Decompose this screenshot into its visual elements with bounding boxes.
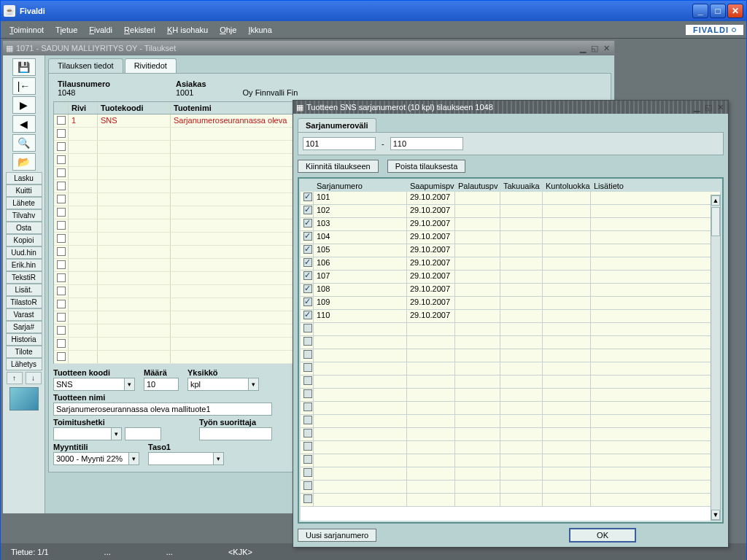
dialog-close-icon[interactable]: ✕ xyxy=(715,102,725,112)
serial-row[interactable]: 10429.10.2007 xyxy=(301,231,721,244)
arrow-down-button[interactable]: ↓ xyxy=(26,372,42,384)
serial-checkbox[interactable] xyxy=(303,311,312,319)
scroll-down-icon[interactable]: ▼ xyxy=(711,510,720,520)
row-checkbox[interactable] xyxy=(57,221,66,230)
tab-tilauksen-tiedot[interactable]: Tilauksen tiedot xyxy=(48,58,123,73)
arrow-up-button[interactable]: ↑ xyxy=(7,372,23,384)
maximize-button[interactable]: □ xyxy=(710,4,726,18)
range-to-input[interactable] xyxy=(390,137,463,150)
serial-checkbox[interactable] xyxy=(303,350,312,359)
row-checkbox[interactable] xyxy=(57,208,66,217)
serial-checkbox[interactable] xyxy=(303,337,312,346)
range-from-input[interactable] xyxy=(303,137,376,150)
serial-row[interactable] xyxy=(301,376,721,389)
dropdown-icon[interactable]: ▾ xyxy=(125,378,135,391)
kiinnita-button[interactable]: Kiinnitä tilaukseen xyxy=(298,160,379,173)
row-checkbox[interactable] xyxy=(57,300,66,308)
tab-rivitiedot[interactable]: Rivitiedot xyxy=(125,58,177,73)
row-checkbox[interactable] xyxy=(57,352,66,361)
tuotteen-nimi-input[interactable] xyxy=(53,402,272,416)
serial-row[interactable]: 10729.10.2007 xyxy=(301,271,721,284)
menu-ikkuna[interactable]: Ikkuna xyxy=(242,24,277,36)
dropdown-icon[interactable]: ▾ xyxy=(129,452,139,465)
serial-checkbox[interactable] xyxy=(303,258,312,267)
ok-button[interactable]: OK xyxy=(569,528,636,542)
tool-tekstir[interactable]: TekstiR xyxy=(6,271,42,284)
scroll-thumb[interactable] xyxy=(711,207,720,236)
toimitushetki-input[interactable] xyxy=(53,427,112,440)
serial-row[interactable] xyxy=(301,323,721,336)
minimize-button[interactable]: _ xyxy=(692,4,708,18)
serial-row[interactable]: 11029.10.2007 xyxy=(301,310,721,323)
tool-lhete[interactable]: Lähete xyxy=(6,197,42,209)
dialog-tab[interactable]: Sarjanumeroväli xyxy=(298,118,376,132)
row-checkbox[interactable] xyxy=(57,247,66,256)
folder-icon[interactable]: 📂 xyxy=(12,153,36,171)
row-checkbox[interactable] xyxy=(57,142,66,151)
menu-rekisteri[interactable]: Rekisteri xyxy=(118,24,161,36)
serial-row[interactable]: 10629.10.2007 xyxy=(301,257,721,271)
serial-checkbox[interactable] xyxy=(303,219,312,228)
serial-row[interactable] xyxy=(301,428,721,441)
row-checkbox[interactable] xyxy=(57,287,66,295)
dropdown-icon[interactable]: ▾ xyxy=(214,452,224,465)
menu-ohje[interactable]: Ohje xyxy=(214,24,242,36)
uusi-sarjanumero-button[interactable]: Uusi sarjanumero xyxy=(298,529,376,542)
tool-tilastor[interactable]: TilastoR xyxy=(6,296,42,308)
mdi-close-icon[interactable]: ✕ xyxy=(601,43,611,53)
serial-checkbox[interactable] xyxy=(303,271,312,280)
poista-button[interactable]: Poista tilauksesta xyxy=(387,160,466,173)
serial-checkbox[interactable] xyxy=(303,389,312,398)
serial-checkbox[interactable] xyxy=(303,455,312,464)
scroll-up-icon[interactable]: ▲ xyxy=(711,195,720,206)
row-checkbox[interactable] xyxy=(57,326,66,335)
serial-row[interactable] xyxy=(301,415,721,428)
tool-uudhin[interactable]: Uud.hin xyxy=(6,246,42,259)
serial-row[interactable] xyxy=(301,494,721,507)
serial-checkbox[interactable] xyxy=(303,442,312,451)
serial-row[interactable] xyxy=(301,481,721,494)
serial-checkbox[interactable] xyxy=(303,192,312,201)
tool-osta[interactable]: Osta xyxy=(6,222,42,234)
tool-lasku[interactable]: Lasku xyxy=(6,172,42,184)
serial-row[interactable] xyxy=(301,402,721,415)
serial-row[interactable] xyxy=(301,336,721,349)
serial-row[interactable] xyxy=(301,454,721,467)
tool-erikhin[interactable]: Erik.hin xyxy=(6,259,42,271)
tuotteen-koodi-input[interactable] xyxy=(53,378,125,391)
taso1-input[interactable] xyxy=(148,452,214,465)
dialog-max-icon[interactable]: ◱ xyxy=(703,102,713,112)
dropdown-icon[interactable]: ▾ xyxy=(112,427,122,440)
save-icon[interactable]: 💾 xyxy=(12,58,36,76)
tool-sarja[interactable]: Sarja# xyxy=(6,321,42,333)
tool-tilote[interactable]: Tilote xyxy=(6,346,42,358)
serial-row[interactable]: 10229.10.2007 xyxy=(301,205,721,218)
tool-varast[interactable]: Varast xyxy=(6,308,42,321)
tool-tilvahv[interactable]: Tilvahv xyxy=(6,209,42,222)
serial-row[interactable] xyxy=(301,349,721,362)
menu-khisohaku[interactable]: KH isohaku xyxy=(161,24,214,36)
mdi-min-icon[interactable]: ▁ xyxy=(578,43,588,53)
dialog-min-icon[interactable]: ▁ xyxy=(692,102,702,112)
serial-checkbox[interactable] xyxy=(303,481,312,490)
tyon-suorittaja-input[interactable] xyxy=(199,427,272,440)
serial-checkbox[interactable] xyxy=(303,429,312,438)
row-checkbox[interactable] xyxy=(57,195,66,203)
row-checkbox[interactable] xyxy=(57,155,66,164)
menu-tietue[interactable]: Tietue xyxy=(50,24,83,36)
serial-checkbox[interactable] xyxy=(303,324,312,332)
serial-checkbox[interactable] xyxy=(303,468,312,477)
tool-historia[interactable]: Historia xyxy=(6,333,42,346)
tool-lhetys[interactable]: Lähetys xyxy=(6,358,42,370)
serial-row[interactable]: 10329.10.2007 xyxy=(301,218,721,231)
row-checkbox[interactable] xyxy=(57,182,66,190)
serial-checkbox[interactable] xyxy=(303,232,312,241)
maara-input[interactable] xyxy=(144,378,179,391)
serial-checkbox[interactable] xyxy=(303,416,312,424)
tool-kuitti[interactable]: Kuitti xyxy=(6,184,42,197)
serial-row[interactable] xyxy=(301,467,721,481)
menu-fivaldi[interactable]: Fivaldi xyxy=(83,24,118,36)
serial-row[interactable] xyxy=(301,441,721,454)
row-checkbox[interactable] xyxy=(57,313,66,322)
serial-row[interactable] xyxy=(301,389,721,402)
